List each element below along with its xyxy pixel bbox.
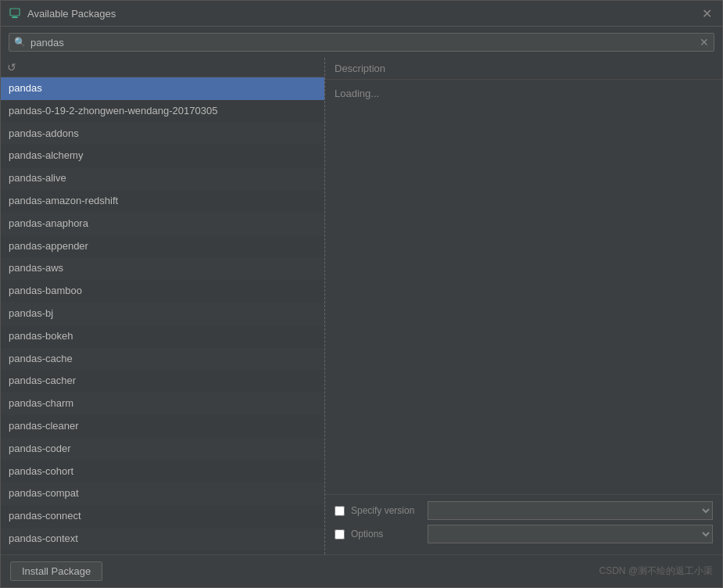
search-icon: 🔍 [14,37,26,48]
svg-rect-0 [10,9,20,16]
search-input[interactable] [30,37,700,48]
specify-version-row: Specify version [335,501,713,520]
specify-version-select[interactable] [428,501,713,520]
pc-icon [9,7,21,20]
description-header: Description [325,58,722,80]
title-bar-left: Available Packages [9,7,116,20]
install-package-button[interactable]: Install Package [10,561,102,581]
list-item[interactable]: pandas-addons [1,123,324,145]
list-item[interactable]: pandas-aws [1,257,324,280]
toolbar-row: ↺ [1,58,324,77]
refresh-icon[interactable]: ↺ [7,61,16,74]
list-item[interactable]: pandas-cacher [1,370,324,393]
list-item[interactable]: pandas-bokeh [1,325,324,348]
close-button[interactable]: ✕ [699,5,714,21]
list-item[interactable]: pandas-cleaner [1,415,324,438]
clear-search-icon[interactable]: ✕ [700,36,709,48]
footer: Install Package CSDN @测不绘的返工小渠 [1,554,722,587]
list-item[interactable]: pandas-bamboo [1,280,324,303]
list-item[interactable]: pandas-cache [1,348,324,371]
list-item[interactable]: pandas [1,77,324,100]
list-item[interactable]: pandas-charm [1,393,324,415]
list-item[interactable]: pandas-alive [1,167,324,190]
list-item[interactable]: pandas-bj [1,303,324,325]
left-panel: ↺ pandaspandas-0-19-2-zhongwen-wendang-2… [1,58,325,554]
loading-text: Loading... [335,88,379,99]
list-item[interactable]: pandas-cohort [1,461,324,483]
available-packages-window: Available Packages ✕ 🔍 ✕ ↺ pandaspandas-… [0,0,723,588]
list-item[interactable]: pandas-appender [1,235,324,258]
description-body: Loading... [325,80,722,494]
specify-version-label: Specify version [351,505,421,516]
list-item[interactable]: pandas-0-19-2-zhongwen-wendang-20170305 [1,100,324,123]
list-item[interactable]: pandas-amazon-redshift [1,190,324,213]
options-label: Options [351,529,421,540]
list-item[interactable]: pandas-context [1,528,324,550]
package-list[interactable]: pandaspandas-0-19-2-zhongwen-wendang-201… [1,77,324,554]
main-content: ↺ pandaspandas-0-19-2-zhongwen-wendang-2… [1,58,722,554]
list-item[interactable]: pandas-connect [1,505,324,528]
window-title: Available Packages [27,8,116,20]
right-panel: Description Loading... Specify version O… [325,58,722,554]
list-item[interactable]: pandas-compat [1,482,324,505]
search-input-wrapper: 🔍 ✕ [9,33,714,52]
title-bar: Available Packages ✕ [1,1,722,27]
list-item[interactable]: pandas-anaphora [1,213,324,235]
options-select[interactable] [428,525,713,543]
specify-version-checkbox[interactable] [335,506,345,516]
list-item[interactable]: pandas-alchemy [1,145,324,167]
search-bar: 🔍 ✕ [1,27,722,58]
options-checkbox[interactable] [335,529,345,540]
options-row: Options [335,525,713,543]
list-item[interactable]: pandas-coder [1,438,324,461]
bottom-options: Specify version Options [325,494,722,554]
watermark: CSDN @测不绘的返工小渠 [599,565,713,578]
